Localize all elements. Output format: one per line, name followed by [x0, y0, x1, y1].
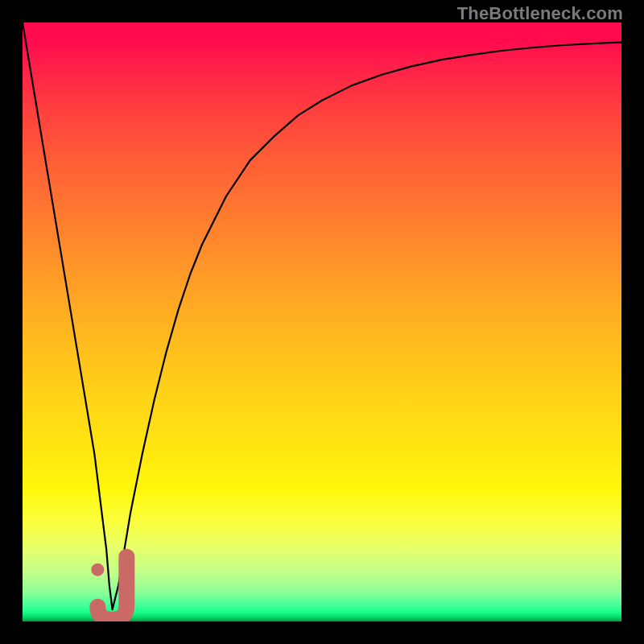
svg-point-0	[91, 564, 104, 576]
bottleneck-curve	[23, 23, 621, 609]
plot-area	[23, 23, 621, 621]
chart-svg	[23, 23, 621, 621]
chart-frame: TheBottleneck.com	[0, 0, 644, 644]
watermark-text: TheBottleneck.com	[457, 3, 623, 24]
